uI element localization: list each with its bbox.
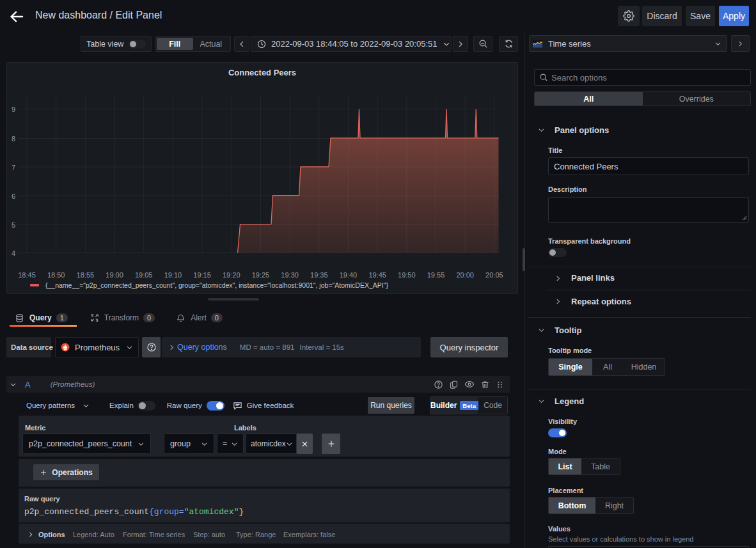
svg-text:9: 9 xyxy=(12,106,15,113)
svg-text:20:05: 20:05 xyxy=(485,271,503,279)
svg-text:19:15: 19:15 xyxy=(193,271,211,279)
svg-text:{__name__="p2p_connected_peers: {__name__="p2p_connected_peers_count", g… xyxy=(45,281,388,289)
svg-text:7: 7 xyxy=(12,164,15,171)
svg-text:19:20: 19:20 xyxy=(223,271,240,279)
svg-text:19:30: 19:30 xyxy=(281,271,299,279)
svg-text:19:55: 19:55 xyxy=(427,271,445,279)
svg-text:19:50: 19:50 xyxy=(398,271,416,279)
svg-text:20:00: 20:00 xyxy=(456,271,474,279)
svg-text:6: 6 xyxy=(12,192,15,200)
svg-text:8: 8 xyxy=(12,135,15,143)
svg-text:18:50: 18:50 xyxy=(47,271,65,279)
svg-text:18:45: 18:45 xyxy=(18,271,36,279)
svg-text:18:55: 18:55 xyxy=(77,271,95,279)
svg-text:5: 5 xyxy=(12,221,15,229)
svg-text:19:10: 19:10 xyxy=(164,271,182,279)
svg-text:19:40: 19:40 xyxy=(340,271,358,279)
svg-text:19:00: 19:00 xyxy=(106,271,123,279)
svg-text:19:35: 19:35 xyxy=(310,271,328,279)
svg-text:19:25: 19:25 xyxy=(252,271,270,279)
svg-text:4: 4 xyxy=(12,249,15,257)
svg-text:19:05: 19:05 xyxy=(135,271,153,279)
svg-text:19:45: 19:45 xyxy=(368,271,386,279)
